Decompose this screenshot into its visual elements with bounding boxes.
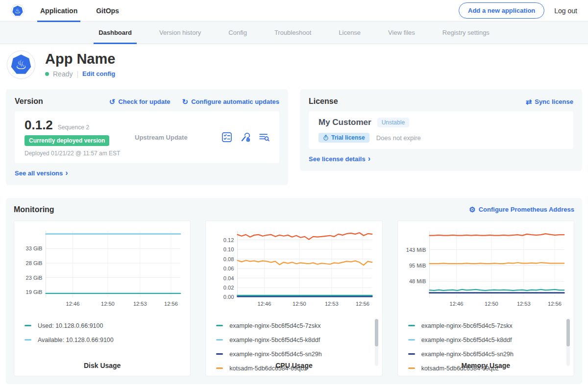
configure-prometheus-link[interactable]: ⚙ Configure Prometheus Address xyxy=(469,206,574,213)
subtab-registry-settings[interactable]: Registry settings xyxy=(429,22,503,44)
monitoring-section: Monitoring ⚙ Configure Prometheus Addres… xyxy=(6,198,582,384)
legend-scrollbar[interactable] xyxy=(566,319,570,366)
edit-config-link[interactable]: Edit config xyxy=(82,70,115,77)
chart-title: Disk Usage xyxy=(14,362,190,369)
svg-text:♨: ♨ xyxy=(15,57,27,72)
legend-item: example-nginx-5bc6f5d4c5-k8ddf xyxy=(404,333,568,347)
chart-card: 12:4612:5012:5312:5648 MiB95 MiB143 MiB … xyxy=(397,220,574,376)
svg-text:0.06: 0.06 xyxy=(223,266,234,271)
legend-swatch xyxy=(408,325,415,326)
svg-text:12:50: 12:50 xyxy=(485,300,498,306)
sync-license-link[interactable]: ⇄ Sync license xyxy=(526,98,573,105)
subtab-config[interactable]: Config xyxy=(215,22,261,44)
chart-plot: 12:4612:5012:5312:560.000.020.040.060.08… xyxy=(212,227,376,316)
legend-item: example-nginx-5bc6f5d4c5-7zskx xyxy=(404,318,568,333)
kubernetes-logo-icon[interactable]: ♨ xyxy=(11,4,24,18)
chart-card: 12:4612:5012:5312:5619 GiB23 GiB28 GiB33… xyxy=(14,220,191,376)
legend-item: example-nginx-5bc6f5d4c5-k8ddf xyxy=(212,333,376,347)
legend-swatch xyxy=(216,353,223,355)
channel-badge: Unstable xyxy=(377,118,409,127)
refresh-icon: ↺ xyxy=(109,98,116,105)
svg-text:12:46: 12:46 xyxy=(449,300,463,306)
see-all-versions-label: See all versions xyxy=(15,170,63,177)
app-header: ♨ App Name Ready | Edit config xyxy=(0,44,588,86)
see-license-details-link[interactable]: See license details › xyxy=(309,155,370,163)
legend-swatch xyxy=(216,339,223,341)
subtab-view-files[interactable]: View files xyxy=(374,22,429,44)
svg-text:12:56: 12:56 xyxy=(356,300,369,306)
check-for-update-label: Check for update xyxy=(118,98,170,105)
version-card-title: Version xyxy=(15,97,43,106)
stopwatch-icon xyxy=(323,135,329,141)
svg-text:0.04: 0.04 xyxy=(223,275,234,281)
legend-item: example-nginx-5bc6f5d4c5-7zskx xyxy=(212,318,376,333)
configure-auto-updates-link[interactable]: ↻ Configure automatic updates xyxy=(182,98,279,105)
auto-update-clock-icon: ↻ xyxy=(182,98,189,105)
legend-scrollbar-thumb[interactable] xyxy=(375,319,378,346)
legend-swatch xyxy=(216,325,223,326)
svg-text:95 MiB: 95 MiB xyxy=(409,262,426,268)
check-for-update-link[interactable]: ↺ Check for update xyxy=(109,98,171,105)
license-expiry-text: Does not expire xyxy=(376,134,421,142)
charts-row: 12:4612:5012:5312:5619 GiB23 GiB28 GiB33… xyxy=(14,220,574,376)
svg-text:12:53: 12:53 xyxy=(133,300,147,306)
chart-legend: Used: 10.128.0.66:9100Available: 10.128.… xyxy=(20,318,184,347)
chart-card: 12:4612:5012:5312:560.000.020.040.060.08… xyxy=(205,220,382,376)
chart-title: Memory Usage xyxy=(398,362,574,369)
svg-text:143 MiB: 143 MiB xyxy=(406,246,426,252)
svg-text:12:46: 12:46 xyxy=(66,300,80,306)
chart-plot: 12:4612:5012:5312:5648 MiB95 MiB143 MiB xyxy=(404,227,568,316)
preflight-checks-icon[interactable] xyxy=(221,132,232,143)
sync-arrows-icon: ⇄ xyxy=(526,98,532,105)
legend-swatch xyxy=(408,353,415,355)
svg-text:12:53: 12:53 xyxy=(325,300,339,306)
legend-label: example-nginx-5bc6f5d4c5-7zskx xyxy=(229,322,320,329)
view-diff-log-icon[interactable] xyxy=(259,132,270,143)
divider: | xyxy=(76,70,78,78)
status-dot xyxy=(45,72,49,76)
legend-item: Used: 10.128.0.66:9100 xyxy=(20,318,184,333)
logout-button[interactable]: Log out xyxy=(554,7,577,15)
legend-item: example-nginx-5bc6f5d4c5-sn29h xyxy=(212,347,376,361)
legend-swatch xyxy=(24,339,31,341)
svg-text:12:50: 12:50 xyxy=(101,300,115,306)
legend-label: example-nginx-5bc6f5d4c5-7zskx xyxy=(421,322,513,329)
svg-text:0.12: 0.12 xyxy=(223,237,234,243)
deployed-badge: Currently deployed version xyxy=(24,135,109,146)
see-license-details-label: See license details xyxy=(309,155,366,163)
legend-label: Used: 10.128.0.66:9100 xyxy=(38,322,103,329)
chevron-right-icon: › xyxy=(368,155,370,163)
legend-swatch xyxy=(24,325,31,326)
chart-plot: 12:4612:5012:5312:5619 GiB23 GiB28 GiB33… xyxy=(20,227,184,316)
svg-text:48 MiB: 48 MiB xyxy=(409,278,426,284)
svg-text:19 GiB: 19 GiB xyxy=(26,289,43,295)
license-card: License ⇄ Sync license My Customer Unsta… xyxy=(300,89,582,171)
subtab-dashboard[interactable]: Dashboard xyxy=(85,22,146,44)
legend-label: example-nginx-5bc6f5d4c5-k8ddf xyxy=(421,337,512,343)
monitoring-title: Monitoring xyxy=(14,205,54,214)
svg-text:12:56: 12:56 xyxy=(548,300,562,306)
wrench-config-icon[interactable] xyxy=(240,132,251,143)
tab-application[interactable]: Application xyxy=(38,0,79,22)
subtab-license[interactable]: License xyxy=(325,22,374,44)
license-card-title: License xyxy=(309,97,338,106)
legend-label: example-nginx-5bc6f5d4c5-sn29h xyxy=(229,351,321,358)
subtab-troubleshoot[interactable]: Troubleshoot xyxy=(261,22,325,44)
legend-swatch xyxy=(408,339,415,341)
version-source-label: Upstream Update xyxy=(135,134,221,141)
deployed-timestamp: Deployed 01/21/22 @ 11:57 am EST xyxy=(24,150,135,157)
tab-gitops[interactable]: GitOps xyxy=(94,0,121,22)
sync-license-label: Sync license xyxy=(535,98,573,105)
version-card: Version ↺ Check for update ↻ Configure a… xyxy=(6,89,288,185)
legend-label: example-nginx-5bc6f5d4c5-k8ddf xyxy=(229,337,320,343)
chevron-right-icon: › xyxy=(65,169,68,177)
legend-label: Available: 10.128.0.66:9100 xyxy=(38,337,114,343)
legend-item: Available: 10.128.0.66:9100 xyxy=(20,333,184,347)
configure-prometheus-label: Configure Prometheus Address xyxy=(479,206,574,213)
legend-scrollbar[interactable] xyxy=(375,319,378,366)
legend-scrollbar-thumb[interactable] xyxy=(566,319,570,346)
app-logo: ♨ xyxy=(7,50,35,79)
subtab-version-history[interactable]: Version history xyxy=(146,22,215,44)
add-application-button[interactable]: Add a new application xyxy=(459,2,544,19)
see-all-versions-link[interactable]: See all versions › xyxy=(15,169,68,177)
